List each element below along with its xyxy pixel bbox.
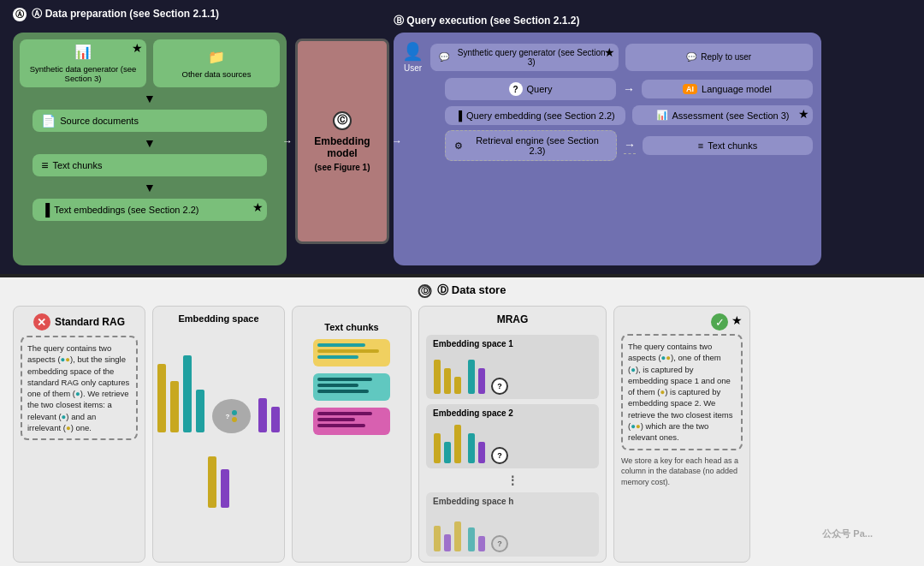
mrag-emb-space-h: Embedding space h ? (426, 492, 599, 557)
mrag-title: MRAG (426, 313, 599, 325)
mrag-emb-panel: MRAG Embedding space 1 ? Embedding space… (418, 306, 607, 563)
watermark: 公众号 Pa... (822, 527, 873, 540)
query-embedding: ▐ Query embedding (see Section 2.2) (445, 106, 625, 125)
chunk-2 (313, 373, 390, 401)
top-section: Ⓐ Ⓐ Data preparation (see Section 2.1.1)… (0, 0, 924, 274)
arrow-3: ▼ (144, 182, 156, 194)
embedding-space-panel: Embedding space ? (152, 306, 285, 563)
query-oval: ? (212, 399, 251, 433)
embedding-model: Ⓒ Embedding model (see Figure 1) → → (295, 39, 389, 244)
user-icon-box: 👤 User (402, 41, 424, 73)
language-model: AI Language model (642, 80, 813, 98)
section-c-label: Ⓒ (333, 111, 352, 130)
mrag-footer-text: We store a key for each head as a column… (621, 456, 743, 488)
assessment: 📊 Assessment (see Section 3) ★ (632, 105, 813, 125)
text-chunks-a: ≡ Text chunks (33, 154, 267, 176)
check-icon: ✓ (711, 313, 728, 331)
panel-a: 📊 Synthetic data generator (see Section … (13, 33, 287, 265)
retrieval-engine: ⚙ Retrieval engine (see Section 2.3) (445, 130, 617, 161)
text-embeddings: ▐ Text embeddings (see Section 2.2) ★ (33, 199, 267, 221)
std-rag-title: ✕ Standard RAG (21, 313, 138, 331)
arrow-1: ▼ (144, 92, 156, 104)
mrag-text-panel: ✓ ★ The query contains two aspects (●●),… (613, 306, 750, 563)
arrow-2: ▼ (144, 137, 156, 149)
mrag-emb-space-1: Embedding space 1 ? (426, 335, 599, 399)
mrag-text-content: The query contains two aspects (●●), one… (628, 341, 736, 444)
query-box: ? Query (445, 78, 616, 100)
emb-space-title: Embedding space (178, 313, 258, 324)
chunk-3 (313, 408, 390, 435)
panel-b: Ⓑ Query execution (see Section 2.1.2) 👤 … (394, 33, 821, 265)
std-rag-text: The query contains two aspects (●●), but… (27, 343, 131, 433)
source-documents: 📄 Source documents (33, 110, 267, 132)
bottom-section: Ⓓ Ⓓ Data store ✕ Standard RAG The query … (0, 277, 924, 566)
x-icon: ✕ (33, 313, 50, 331)
other-data-sources: 📁 Other data sources (153, 39, 280, 87)
embedding-model-subtitle: (see Figure 1) (314, 163, 370, 172)
embedding-model-title: Embedding model (305, 135, 380, 159)
std-rag-panel: ✕ Standard RAG The query contains two as… (13, 306, 145, 563)
synth-data-generator: 📊 Synthetic data generator (see Section … (20, 39, 146, 87)
synth-query-generator: 💬 Synthetic query generator (see Section… (430, 44, 619, 71)
text-chunks-b: ≡ Text chunks (643, 136, 813, 155)
reply-to-user: 💬 Reply to user (625, 44, 814, 71)
text-chunks-panel: Text chunks (292, 306, 412, 563)
panel-b-label: Ⓑ Query execution (see Section 2.1.2) (394, 14, 579, 28)
bottom-section-label: Ⓓ Ⓓ Data store (418, 283, 506, 298)
panel-a-label: Ⓐ Ⓐ Data preparation (see Section 2.1.1) (13, 7, 219, 21)
mrag-emb-space-2: Embedding space 2 ? (426, 404, 599, 468)
text-chunks-title: Text chunks (324, 322, 378, 332)
chunk-1 (313, 339, 390, 366)
mrag-dots: ⋮ (426, 474, 599, 487)
